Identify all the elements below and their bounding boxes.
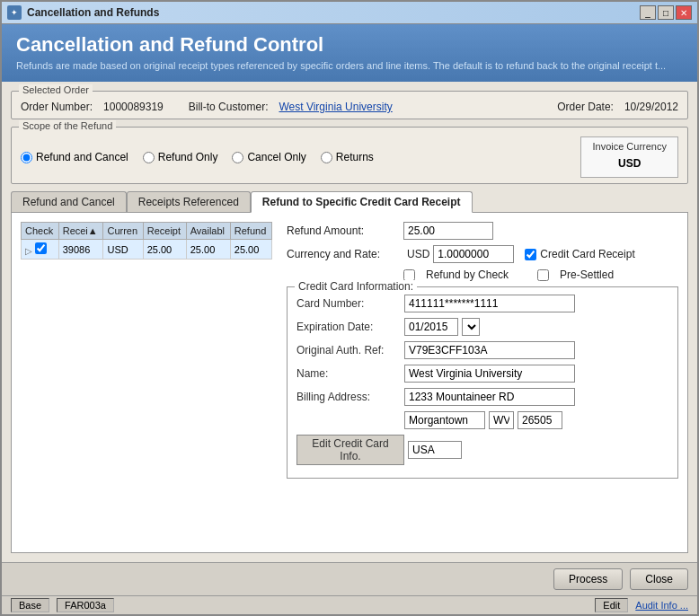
country-input[interactable] xyxy=(408,441,462,459)
cell-refund: 25.00 xyxy=(230,240,271,260)
edit-cc-button[interactable]: Edit Credit Card Info. xyxy=(296,435,404,465)
name-row: Name: xyxy=(296,365,668,383)
cell-receipt-amt: 25.00 xyxy=(143,240,186,260)
col-check: Check xyxy=(22,223,59,240)
window-title: Cancellation and Refunds xyxy=(27,6,634,19)
content-area: Selected Order Order Number: 1000089319 … xyxy=(2,82,697,562)
radio-returns-input[interactable] xyxy=(321,152,332,163)
address-line1-input[interactable] xyxy=(404,388,575,406)
radio-refund-only[interactable]: Refund Only xyxy=(143,151,218,163)
title-bar-buttons: _ □ ✕ xyxy=(640,5,692,20)
right-panel: Refund Amount: Currency and Rate: USD Cr… xyxy=(287,222,678,543)
env-value: FAR003a xyxy=(57,598,114,612)
cell-currency: USD xyxy=(103,240,143,260)
order-number-value: 1000089319 xyxy=(103,101,164,113)
cc-info-group: Credit Card Information: Card Number: Ex… xyxy=(287,286,678,479)
cell-receipt-id: 39086 xyxy=(58,240,103,260)
refund-amount-input[interactable] xyxy=(403,222,493,240)
radio-cancel-only-label: Cancel Only xyxy=(247,151,305,163)
bottom-bar: Process Close xyxy=(2,562,697,595)
expiry-dropdown[interactable]: ▼ xyxy=(462,318,480,336)
radio-returns[interactable]: Returns xyxy=(321,151,374,163)
auth-ref-input[interactable] xyxy=(404,341,575,359)
card-number-input[interactable] xyxy=(404,295,575,312)
window-icon: ✦ xyxy=(7,5,22,20)
checkboxes-row: Refund by Check Pre-Settled xyxy=(403,268,678,281)
close-button-main[interactable]: Close xyxy=(630,568,688,590)
auth-ref-label: Original Auth. Ref: xyxy=(296,344,404,356)
currency-rate-label: Currency and Rate: xyxy=(287,248,403,260)
city-input[interactable] xyxy=(404,411,485,429)
order-date-value: 10/29/2012 xyxy=(624,101,678,113)
radio-refund-cancel-input[interactable] xyxy=(21,152,32,163)
card-number-label: Card Number: xyxy=(296,297,404,310)
expand-icon: ▷ xyxy=(25,246,32,256)
page-title: Cancellation and Refund Control xyxy=(16,33,683,57)
refund-by-check-label: Refund by Check xyxy=(426,268,509,281)
tab-receipts-referenced[interactable]: Receipts Referenced xyxy=(127,191,251,213)
table-row[interactable]: ▷ 39086 USD 25.00 25.00 25.00 xyxy=(22,240,272,260)
radio-cancel-only-input[interactable] xyxy=(232,152,243,163)
card-number-row: Card Number: xyxy=(296,295,668,312)
radio-refund-only-input[interactable] xyxy=(143,152,155,163)
currency-rate-row: Currency and Rate: USD Credit Card Recei… xyxy=(287,245,678,263)
cc-info-group-label: Credit Card Information: xyxy=(295,280,417,293)
close-button[interactable]: ✕ xyxy=(676,5,692,20)
scope-group: Scope of the Refund Refund and Cancel Re… xyxy=(11,127,688,184)
rate-input[interactable] xyxy=(433,245,514,263)
page-subtitle: Refunds are made based on original recei… xyxy=(16,60,683,71)
state-input[interactable] xyxy=(489,411,514,429)
maximize-button[interactable]: □ xyxy=(658,5,674,20)
name-input[interactable] xyxy=(404,365,575,383)
pre-settled-label: Pre-Settled xyxy=(560,268,614,281)
radio-refund-cancel[interactable]: Refund and Cancel xyxy=(21,151,128,163)
main-panel: Check Recei▲ Curren Receipt Availabl Ref… xyxy=(11,212,688,553)
status-bar: Base FAR003a Edit Audit Info ... xyxy=(2,595,697,614)
expiry-row: Expiration Date: ▼ xyxy=(296,318,668,336)
selected-order-group: Selected Order Order Number: 1000089319 … xyxy=(11,91,688,119)
edit-cc-row: Edit Credit Card Info. xyxy=(296,435,668,465)
expiry-label: Expiration Date: xyxy=(296,321,404,333)
col-receipt-amt: Receipt xyxy=(143,223,186,240)
name-label: Name: xyxy=(296,367,404,380)
refund-amount-label: Refund Amount: xyxy=(287,224,403,237)
radio-cancel-only[interactable]: Cancel Only xyxy=(232,151,305,163)
tabs-row: Refund and Cancel Receipts Referenced Re… xyxy=(11,191,688,213)
zip-input[interactable] xyxy=(518,411,562,429)
radio-refund-cancel-label: Refund and Cancel xyxy=(36,151,128,163)
col-refund: Refund xyxy=(230,223,271,240)
invoice-currency-label: Invoice Currency xyxy=(592,141,667,152)
refund-by-check-checkbox[interactable] xyxy=(403,269,415,281)
col-available: Availabl xyxy=(186,223,230,240)
address-label-row: Billing Address: xyxy=(296,388,668,406)
edit-label: Edit xyxy=(595,598,628,612)
billing-address-label: Billing Address: xyxy=(296,391,404,403)
bill-to-label: Bill-to Customer: xyxy=(189,101,269,113)
audit-info-link[interactable]: Audit Info ... xyxy=(635,600,688,611)
process-button[interactable]: Process xyxy=(553,568,623,590)
tab-refund-specific[interactable]: Refund to Specific Credit Card Receipt xyxy=(251,191,473,213)
selected-order-label: Selected Order xyxy=(19,84,93,95)
auth-ref-row: Original Auth. Ref: xyxy=(296,341,668,359)
radio-returns-label: Returns xyxy=(336,151,374,163)
order-row: Order Number: 1000089319 Bill-to Custome… xyxy=(21,97,678,113)
receipts-grid: Check Recei▲ Curren Receipt Availabl Ref… xyxy=(21,222,272,260)
expiry-field: ▼ xyxy=(404,318,480,336)
bill-to-value[interactable]: West Virginia University xyxy=(279,101,392,113)
title-bar: ✦ Cancellation and Refunds _ □ ✕ xyxy=(2,2,697,24)
expiry-input[interactable] xyxy=(404,318,458,336)
radio-refund-only-label: Refund Only xyxy=(158,151,218,163)
row-checkbox[interactable] xyxy=(35,242,47,254)
row-expand[interactable]: ▷ xyxy=(22,240,59,260)
refund-amount-row: Refund Amount: xyxy=(287,222,678,240)
credit-card-receipt-checkbox[interactable] xyxy=(525,249,536,260)
scope-row: Refund and Cancel Refund Only Cancel Onl… xyxy=(21,133,678,178)
tab-refund-cancel[interactable]: Refund and Cancel xyxy=(11,191,127,213)
minimize-button[interactable]: _ xyxy=(640,5,656,20)
pre-settled-checkbox[interactable] xyxy=(537,269,549,281)
header-section: Cancellation and Refund Control Refunds … xyxy=(2,24,697,82)
order-number-label: Order Number: xyxy=(21,101,93,113)
col-receipt[interactable]: Recei▲ xyxy=(58,223,103,240)
col-currency: Curren xyxy=(103,223,143,240)
scope-label: Scope of the Refund xyxy=(19,120,116,131)
